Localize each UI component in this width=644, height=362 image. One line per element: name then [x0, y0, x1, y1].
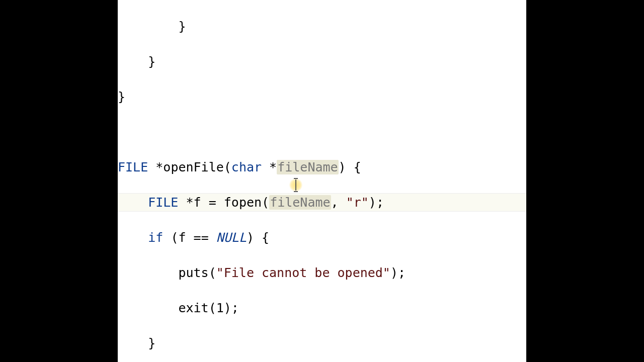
brace: } [148, 54, 155, 69]
brace: { [354, 160, 361, 174]
fn-fopen: fopen [224, 195, 262, 210]
paren: ( [224, 160, 231, 174]
code-block: } } } FILE *openFile(char *fileName) { F… [118, 0, 526, 362]
paren: ) [224, 301, 231, 315]
op-star: * [269, 160, 277, 174]
paren: ( [262, 195, 269, 210]
code-line: if (f == NULL) { [118, 229, 526, 246]
var-f: f [194, 195, 201, 210]
code-line: } [118, 88, 526, 106]
code-line: } [118, 334, 526, 352]
paren: ( [209, 265, 216, 280]
code-line: FILE *openFile(char *fileName) { [118, 158, 526, 176]
kw-if: if [148, 230, 163, 245]
op-eq: = [209, 195, 216, 210]
semi: ; [376, 195, 384, 210]
paren: ) [339, 160, 346, 174]
semi: ; [398, 265, 406, 280]
type-file: FILE [148, 195, 178, 210]
code-line: exit(1); [118, 299, 526, 317]
paren: ) [247, 230, 254, 245]
paren: ) [390, 265, 398, 280]
code-line [118, 123, 526, 141]
var-f: f [178, 230, 186, 245]
str-mode: "r" [346, 195, 369, 210]
op-eqeq: == [194, 230, 209, 245]
fn-openfile: openFile [163, 160, 223, 174]
semi: ; [231, 301, 239, 315]
op-star: * [155, 160, 163, 174]
paren: ( [171, 230, 178, 245]
brace: } [148, 336, 155, 350]
arg-filename: fileName [269, 195, 331, 210]
fn-exit: exit [178, 301, 208, 315]
fn-puts: puts [178, 265, 208, 280]
op-star: * [186, 195, 194, 210]
num-one: 1 [216, 301, 224, 315]
brace: } [118, 89, 125, 104]
brace: { [262, 230, 269, 245]
const-null: NULL [216, 230, 247, 245]
param-filename: fileName [277, 160, 338, 174]
code-line: } [118, 18, 526, 35]
code-line: } [118, 53, 526, 70]
code-line-current: FILE *f = fopen(fileName, "r"); [118, 193, 526, 212]
type-char: char [231, 160, 262, 174]
comma: , [331, 195, 339, 210]
code-line: puts("File cannot be opened"); [118, 264, 526, 282]
paren: ( [209, 301, 216, 315]
str-err: "File cannot be opened" [216, 265, 390, 280]
brace: } [178, 19, 186, 34]
paren: ) [369, 195, 376, 210]
type-file: FILE [118, 160, 148, 174]
code-editor[interactable]: } } } FILE *openFile(char *fileName) { F… [118, 0, 526, 362]
